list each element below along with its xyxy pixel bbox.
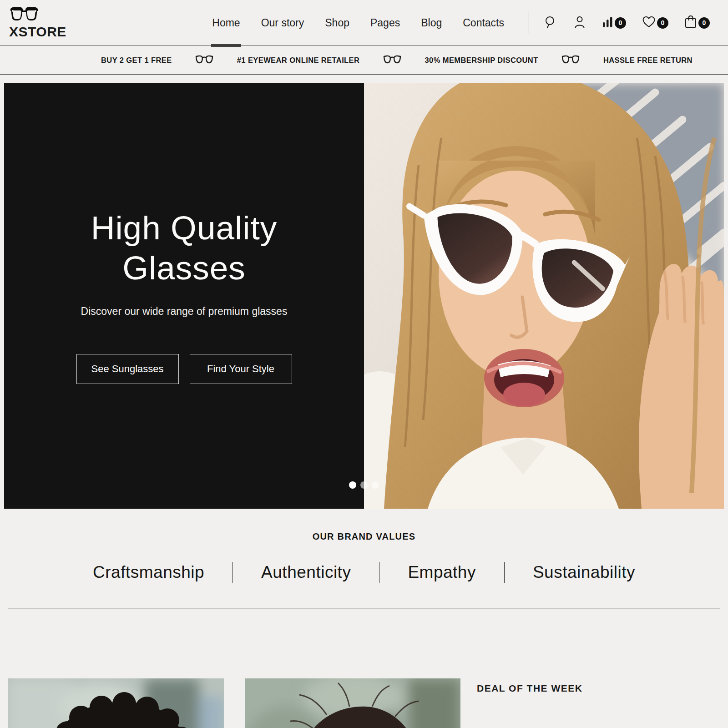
cart-button[interactable]: 0	[684, 15, 710, 31]
account-button[interactable]	[573, 15, 586, 30]
nav-item-pages[interactable]: Pages	[370, 0, 400, 46]
carousel-dot-3[interactable]	[372, 481, 379, 489]
deal-photo-woman	[245, 678, 460, 728]
brand-values-heading: OUR BRAND VALUES	[0, 531, 728, 542]
deal-title: Memorial Day Sale	[477, 722, 720, 728]
site-header: XSTORE Home Our story Shop Pages Blog Co…	[0, 0, 728, 46]
carousel-dots	[349, 481, 379, 489]
promo-bar: BUY 2 GET 1 FREE #1 EYEWEAR ONLINE RETAI…	[0, 46, 728, 75]
brand-values-row: Craftsmanship Authenticity Empathy Susta…	[0, 562, 728, 583]
sunglasses-icon	[561, 55, 580, 65]
nav-item-home[interactable]: Home	[212, 0, 240, 46]
promo-item: HASSLE FREE RETURN	[603, 56, 693, 65]
user-icon	[573, 15, 586, 30]
section-divider	[8, 608, 720, 609]
value-craftsmanship: Craftsmanship	[93, 563, 204, 582]
deal-photo-man	[8, 678, 224, 728]
cart-count-badge: 0	[698, 17, 710, 29]
brand-logo[interactable]: XSTORE	[9, 7, 66, 39]
promo-item: BUY 2 GET 1 FREE	[101, 56, 172, 65]
nav-item-contacts[interactable]: Contacts	[463, 0, 504, 46]
value-empathy: Empathy	[408, 563, 476, 582]
sunglasses-icon	[195, 55, 213, 65]
value-sustainability: Sustainability	[533, 563, 635, 582]
hero-buttons: See Sunglasses Find Your Style	[76, 354, 292, 384]
main-nav: Home Our story Shop Pages Blog Contacts	[212, 0, 504, 46]
shopping-bag-icon	[684, 15, 698, 31]
hero-slider: High Quality Glasses Discover our wide r…	[4, 83, 724, 509]
carousel-dot-2[interactable]	[360, 481, 368, 489]
promo-item: 30% MEMBERSHIP DISCOUNT	[425, 56, 538, 65]
hero-photo	[364, 83, 724, 509]
bar-chart-icon	[602, 15, 614, 30]
sunglasses-icon	[383, 55, 401, 65]
deal-eyebrow: DEAL OF THE WEEK	[477, 683, 720, 694]
search-button[interactable]	[544, 15, 557, 30]
nav-item-shop[interactable]: Shop	[325, 0, 349, 46]
carousel-dot-1[interactable]	[349, 481, 356, 489]
brand-values-section: OUR BRAND VALUES Craftsmanship Authentic…	[0, 509, 728, 583]
value-divider	[233, 562, 233, 583]
hero-subtitle: Discover our wide range of premium glass…	[81, 305, 288, 318]
hero-title: High Quality Glasses	[75, 208, 293, 288]
nav-item-our-story[interactable]: Our story	[261, 0, 304, 46]
deal-of-week-section: DEAL OF THE WEEK Memorial Day Sale	[8, 678, 720, 728]
value-divider	[504, 562, 505, 583]
hero-text-panel: High Quality Glasses Discover our wide r…	[4, 83, 364, 509]
promo-item: #1 EYEWEAR ONLINE RETAILER	[237, 56, 360, 65]
wishlist-button[interactable]: 0	[642, 15, 668, 30]
see-sunglasses-button[interactable]: See Sunglasses	[76, 354, 179, 384]
nav-item-blog[interactable]: Blog	[421, 0, 442, 46]
wishlist-count-badge: 0	[657, 17, 668, 29]
value-divider	[379, 562, 379, 583]
brand-name: XSTORE	[9, 25, 66, 39]
compare-button[interactable]: 0	[602, 15, 626, 30]
header-actions: 0 0 0	[544, 15, 710, 31]
value-authenticity: Authenticity	[261, 563, 351, 582]
glasses-icon	[9, 7, 39, 24]
compare-count-badge: 0	[615, 17, 626, 29]
hero-photo-illustration	[364, 83, 724, 509]
heart-icon	[642, 15, 656, 30]
header-divider	[529, 12, 529, 34]
find-your-style-button[interactable]: Find Your Style	[190, 354, 292, 384]
deal-text-block: DEAL OF THE WEEK Memorial Day Sale	[477, 678, 720, 728]
search-icon	[544, 15, 557, 30]
